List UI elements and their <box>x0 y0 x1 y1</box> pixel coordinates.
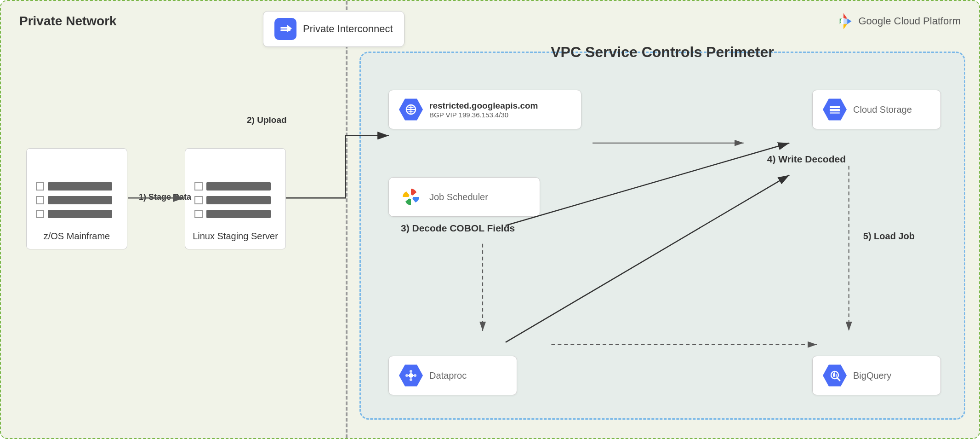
diagram-container: Private Network Private Interconnect <box>0 0 980 439</box>
restricted-googleapis-sub: BGP VIP 199.36.153.4/30 <box>429 111 538 119</box>
private-interconnect-box: Private Interconnect <box>263 11 405 47</box>
gcp-logo: Google Cloud Platform <box>833 11 961 31</box>
private-interconnect-label: Private Interconnect <box>303 23 393 35</box>
gcp-logo-icon <box>833 11 854 31</box>
zos-row-bar-3 <box>48 210 112 218</box>
zos-row-1 <box>36 182 118 191</box>
svg-point-16 <box>414 374 416 377</box>
linux-row-bar-3 <box>206 210 271 218</box>
dataproc-name: Dataproc <box>429 370 467 381</box>
linux-label: Linux Staging Server <box>193 231 278 242</box>
svg-point-13 <box>410 370 412 373</box>
svg-rect-9 <box>830 109 840 111</box>
svg-marker-2 <box>287 25 292 32</box>
private-interconnect-icon <box>274 18 296 40</box>
bigquery-name: BigQuery <box>853 370 891 381</box>
linux-row-3 <box>194 210 276 218</box>
linux-row-2 <box>194 196 276 204</box>
step2-label: 2) Upload <box>247 115 287 125</box>
zos-row-3 <box>36 210 118 218</box>
linux-box: Linux Staging Server <box>185 148 286 249</box>
vpc-perimeter-label: VPC Service Controls Perimeter <box>551 44 774 61</box>
zos-row-sq-1 <box>36 182 44 191</box>
bigquery-icon <box>823 364 847 387</box>
job-scheduler-name: Job Scheduler <box>429 192 488 202</box>
linux-rows <box>185 173 285 227</box>
svg-point-15 <box>405 374 408 377</box>
bigquery-box: BigQuery <box>812 356 941 395</box>
zos-rows <box>27 173 127 227</box>
job-scheduler-icon <box>399 185 423 209</box>
svg-point-14 <box>410 378 412 381</box>
linux-row-sq-3 <box>194 210 203 218</box>
cloud-storage-icon <box>823 98 847 121</box>
step1-label: 1) Stage Data <box>139 192 191 202</box>
restricted-googleapis-text: restricted.googleapis.com BGP VIP 199.36… <box>429 101 538 119</box>
job-scheduler-box: Job Scheduler <box>388 177 540 217</box>
linux-row-1 <box>194 182 276 191</box>
zos-row-bar-2 <box>48 196 112 204</box>
svg-rect-8 <box>830 106 840 108</box>
zos-row-bar-1 <box>48 182 112 191</box>
linux-row-sq-1 <box>194 182 203 191</box>
linux-row-sq-2 <box>194 196 203 204</box>
step4-label: 4) Write Decoded <box>767 153 846 165</box>
linux-row-bar-2 <box>206 196 271 204</box>
restricted-googleapis-icon <box>399 98 423 121</box>
zos-row-sq-2 <box>36 196 44 204</box>
svg-rect-10 <box>830 112 840 114</box>
cloud-storage-name: Cloud Storage <box>853 104 912 115</box>
vertical-divider <box>346 1 348 438</box>
gcp-logo-text: Google Cloud Platform <box>858 15 961 27</box>
zos-box: z/OS Mainframe <box>26 148 127 249</box>
zos-label: z/OS Mainframe <box>44 231 110 242</box>
dataproc-box: Dataproc <box>388 356 517 395</box>
private-network-label: Private Network <box>19 14 117 29</box>
svg-point-11 <box>409 195 413 199</box>
linux-row-bar-1 <box>206 182 271 191</box>
svg-point-12 <box>409 373 413 378</box>
restricted-googleapis-box: restricted.googleapis.com BGP VIP 199.36… <box>388 90 581 129</box>
zos-row-2 <box>36 196 118 204</box>
cloud-storage-box: Cloud Storage <box>812 90 941 129</box>
zos-row-sq-3 <box>36 210 44 218</box>
dataproc-icon <box>399 364 423 387</box>
svg-line-22 <box>837 378 840 381</box>
step5-label: 5) Load Job <box>863 231 915 242</box>
restricted-googleapis-name: restricted.googleapis.com <box>429 101 538 111</box>
step3-label: 3) Decode COBOL Fields <box>401 222 515 234</box>
